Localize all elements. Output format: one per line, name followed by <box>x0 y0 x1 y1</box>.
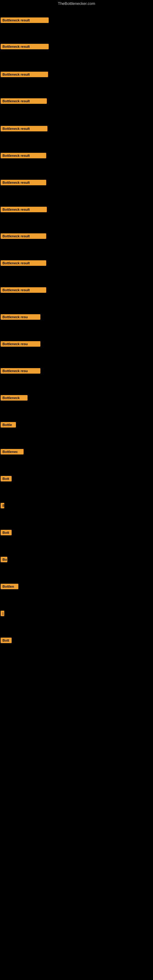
bottleneck-badge: Bottleneck result <box>1 207 47 212</box>
site-title: TheBottlenecker.com <box>0 0 153 8</box>
bottleneck-badge: Bottlen <box>1 584 18 589</box>
bottleneck-badge: Bottleneck result <box>1 44 49 49</box>
bottleneck-badge: Bottlenec <box>1 449 24 455</box>
bottleneck-badge: Bott <box>1 476 12 481</box>
bottleneck-badge: Bottleneck result <box>1 72 48 77</box>
bottleneck-badge: B <box>1 503 4 508</box>
bottleneck-badge: Bottleneck result <box>1 98 47 104</box>
bottleneck-badge: Bottleneck resu <box>1 314 40 320</box>
bottleneck-badge: Bott <box>1 530 12 535</box>
bottleneck-badge: Bottleneck result <box>1 126 48 131</box>
bottleneck-badge: Bottleneck result <box>1 180 46 185</box>
bottleneck-badge: Bottleneck resu <box>1 341 40 347</box>
bottleneck-badge: Bo <box>1 557 7 562</box>
bottleneck-badge: Bottle <box>1 422 16 428</box>
bottleneck-badge: Bottleneck result <box>1 18 49 23</box>
bottleneck-badge: Bottleneck resu <box>1 368 40 374</box>
bottleneck-badge: Bottleneck <box>1 395 27 401</box>
bottleneck-badge: Bottleneck result <box>1 233 46 239</box>
bottleneck-badge: Bottleneck result <box>1 153 46 158</box>
bottleneck-badge: | <box>1 611 4 616</box>
bottleneck-badge: Bott <box>1 638 12 643</box>
bottleneck-badge: Bottleneck result <box>1 287 46 293</box>
bottleneck-badge: Bottleneck result <box>1 260 46 266</box>
